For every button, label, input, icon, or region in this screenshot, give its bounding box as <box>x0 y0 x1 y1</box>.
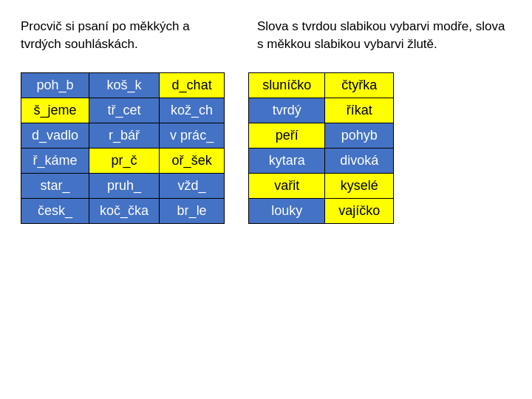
table-row: peřípohyb <box>249 123 394 148</box>
table-cell: koč_čka <box>89 198 160 223</box>
table-cell: kytara <box>249 148 325 173</box>
table-cell: br_le <box>160 198 225 223</box>
table-row: česk_koč_čkabr_le <box>21 198 225 223</box>
table-cell: vařit <box>249 173 325 198</box>
table-cell: kyselé <box>325 173 394 198</box>
table-cell: sluníčko <box>249 72 325 98</box>
table-row: star_pruh_vžd_ <box>21 173 225 198</box>
table-cell: oř_šek <box>160 148 225 173</box>
table-cell: vžd_ <box>160 173 225 198</box>
table-cell: kož_ch <box>160 98 225 123</box>
table-row: š_jemetř_cetkož_ch <box>21 98 225 123</box>
table-cell: koš_k <box>89 72 160 98</box>
table-cell: tvrdý <box>249 98 325 123</box>
table-cell: d_chat <box>160 72 225 98</box>
header-right-text: Slova s tvrdou slabikou vybarvi modře, s… <box>257 18 511 53</box>
table-cell: česk_ <box>21 198 89 223</box>
table-row: sluníčkočtyřka <box>249 72 394 98</box>
table-cell: ř_káme <box>21 148 89 173</box>
table-cell: říkat <box>325 98 394 123</box>
table-cell: d_vadlo <box>21 123 89 148</box>
table-cell: čtyřka <box>325 72 394 98</box>
table-cell: tř_cet <box>89 98 160 123</box>
table-cell: pr_č <box>89 148 160 173</box>
table-row: d_vadlor_bářv prác_ <box>21 123 225 148</box>
table-cell: r_bář <box>89 123 160 148</box>
table-cell: pohyb <box>325 123 394 148</box>
table-cell: vajíčko <box>325 198 394 223</box>
table-row: tvrdýříkat <box>249 98 394 123</box>
header: Procvič si psaní po měkkých a tvrdých so… <box>21 18 511 53</box>
table-row: kytaradivoká <box>249 148 394 173</box>
table-cell: louky <box>249 198 325 223</box>
table-cell: pruh_ <box>89 173 160 198</box>
tables-row: poh_bkoš_kd_chatš_jemetř_cetkož_chd_vadl… <box>21 72 511 224</box>
table-cell: star_ <box>21 173 89 198</box>
left-table: poh_bkoš_kd_chatš_jemetř_cetkož_chd_vadl… <box>21 72 225 224</box>
table-cell: š_jeme <box>21 98 89 123</box>
table-cell: divoká <box>325 148 394 173</box>
header-left-text: Procvič si psaní po měkkých a tvrdých so… <box>21 18 228 53</box>
table-row: vařitkyselé <box>249 173 394 198</box>
table-row: loukyvajíčko <box>249 198 394 223</box>
right-table: sluníčkočtyřkatvrdýříkatpeřípohybkytarad… <box>248 72 394 224</box>
table-row: ř_kámepr_čoř_šek <box>21 148 225 173</box>
table-cell: poh_b <box>21 72 89 98</box>
table-row: poh_bkoš_kd_chat <box>21 72 225 98</box>
page: Procvič si psaní po měkkých a tvrdých so… <box>0 0 532 399</box>
table-cell: peří <box>249 123 325 148</box>
table-cell: v prác_ <box>160 123 225 148</box>
